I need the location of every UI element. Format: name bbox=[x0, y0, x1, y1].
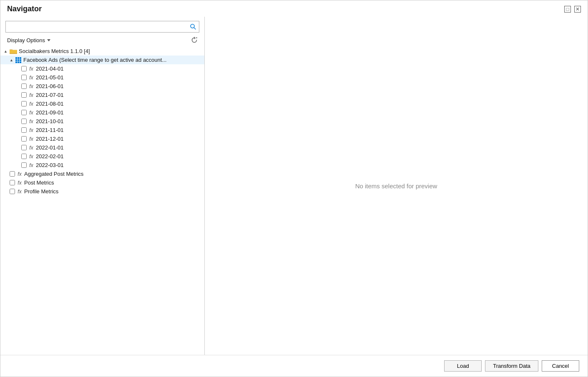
fx-icon: fx bbox=[28, 92, 34, 98]
close-button[interactable]: ✕ bbox=[574, 6, 581, 13]
list-item[interactable]: fx 2021-06-01 bbox=[0, 82, 204, 91]
cancel-button[interactable]: Cancel bbox=[542, 360, 579, 372]
item-checkbox[interactable] bbox=[21, 83, 27, 89]
item-label: Aggregated Post Metrics bbox=[24, 171, 83, 177]
item-checkbox[interactable] bbox=[21, 110, 27, 115]
item-label: 2021-07-01 bbox=[36, 92, 64, 98]
item-label: 2021-04-01 bbox=[36, 66, 64, 72]
search-bar bbox=[5, 21, 199, 33]
search-button[interactable] bbox=[187, 21, 199, 32]
folder-icon bbox=[10, 48, 17, 54]
fx-icon: fx bbox=[28, 154, 34, 159]
tree-container[interactable]: ▲ Socialbakers Metrics 1.1.0 [4] ▲ bbox=[0, 47, 204, 355]
refresh-button[interactable] bbox=[189, 36, 199, 44]
list-item[interactable]: fx Post Metrics bbox=[0, 178, 204, 187]
list-item[interactable]: fx Aggregated Post Metrics bbox=[0, 170, 204, 178]
preview-empty-message: No items selected for preview bbox=[355, 182, 437, 190]
fx-icon: fx bbox=[28, 83, 34, 89]
item-checkbox[interactable] bbox=[21, 154, 27, 159]
item-label: 2022-02-01 bbox=[36, 153, 64, 159]
fx-icon: fx bbox=[28, 119, 34, 124]
item-checkbox[interactable] bbox=[21, 136, 27, 142]
item-label: 2021-12-01 bbox=[36, 136, 64, 142]
load-button[interactable]: Load bbox=[444, 360, 482, 372]
fx-icon: fx bbox=[17, 171, 23, 177]
item-label: 2021-08-01 bbox=[36, 101, 64, 107]
item-checkbox[interactable] bbox=[10, 189, 15, 194]
item-label: 2022-03-01 bbox=[36, 162, 64, 168]
svg-line-1 bbox=[194, 28, 196, 29]
fx-icon: fx bbox=[28, 162, 34, 168]
list-item[interactable]: fx 2021-12-01 bbox=[0, 134, 204, 143]
fx-icon: fx bbox=[28, 110, 34, 116]
item-checkbox[interactable] bbox=[21, 145, 27, 150]
table-icon bbox=[15, 57, 21, 63]
item-checkbox[interactable] bbox=[21, 92, 27, 98]
title-bar-controls: □ ✕ bbox=[564, 6, 581, 13]
tree-root-item[interactable]: ▲ Socialbakers Metrics 1.1.0 [4] bbox=[0, 47, 204, 56]
item-checkbox[interactable] bbox=[21, 101, 27, 106]
fx-icon: fx bbox=[17, 180, 23, 186]
title-bar: Navigator □ ✕ bbox=[0, 0, 588, 17]
item-checkbox[interactable] bbox=[21, 66, 27, 71]
item-checkbox[interactable] bbox=[21, 119, 27, 124]
svg-rect-5 bbox=[10, 50, 17, 53]
fx-icon: fx bbox=[28, 101, 34, 107]
maximize-button[interactable]: □ bbox=[564, 6, 571, 13]
expand-arrow-fb: ▲ bbox=[10, 58, 15, 62]
item-label: Post Metrics bbox=[24, 180, 54, 186]
item-label: 2022-01-01 bbox=[36, 144, 64, 151]
list-item[interactable]: fx 2021-07-01 bbox=[0, 91, 204, 99]
item-checkbox[interactable] bbox=[21, 127, 27, 133]
expand-arrow-root: ▲ bbox=[4, 49, 10, 53]
list-item[interactable]: fx 2021-05-01 bbox=[0, 73, 204, 82]
footer: Load Transform Data Cancel bbox=[0, 355, 588, 377]
item-label: 2021-05-01 bbox=[36, 74, 64, 81]
fx-icon: fx bbox=[17, 189, 23, 195]
display-options-button[interactable]: Display Options bbox=[5, 36, 52, 44]
toolbar: Display Options bbox=[0, 35, 204, 47]
main-content: Display Options ▲ bbox=[0, 17, 588, 355]
list-item[interactable]: fx 2022-02-01 bbox=[0, 152, 204, 161]
chevron-down-icon bbox=[47, 39, 50, 41]
svg-point-2 bbox=[196, 37, 197, 38]
item-label: 2021-11-01 bbox=[36, 127, 64, 133]
fx-icon: fx bbox=[28, 66, 34, 72]
facebook-ads-item[interactable]: ▲ Facebook Ads (Select time range to get… bbox=[0, 56, 204, 64]
search-input[interactable] bbox=[6, 22, 187, 32]
list-item[interactable]: fx 2021-10-01 bbox=[0, 117, 204, 126]
display-options-label: Display Options bbox=[7, 37, 45, 43]
facebook-ads-label: Facebook Ads (Select time range to get a… bbox=[23, 57, 166, 63]
transform-data-button[interactable]: Transform Data bbox=[485, 360, 538, 372]
fx-icon: fx bbox=[28, 127, 34, 133]
item-checkbox[interactable] bbox=[10, 180, 15, 185]
list-item[interactable]: fx 2022-01-01 bbox=[0, 143, 204, 152]
fx-icon: fx bbox=[28, 145, 34, 151]
list-item[interactable]: fx 2021-09-01 bbox=[0, 108, 204, 117]
list-item[interactable]: fx 2021-04-01 bbox=[0, 64, 204, 73]
list-item[interactable]: fx 2022-03-01 bbox=[0, 161, 204, 170]
item-checkbox[interactable] bbox=[21, 75, 27, 80]
window-title: Navigator bbox=[7, 5, 42, 13]
item-label: 2021-06-01 bbox=[36, 83, 64, 89]
list-item[interactable]: fx 2021-11-01 bbox=[0, 126, 204, 134]
search-icon bbox=[190, 24, 196, 30]
fx-icon: fx bbox=[28, 75, 34, 81]
left-panel: Display Options ▲ bbox=[0, 17, 205, 355]
item-checkbox[interactable] bbox=[10, 171, 15, 177]
item-label: 2021-10-01 bbox=[36, 118, 64, 124]
navigator-window: Navigator □ ✕ Display Options bbox=[0, 0, 588, 377]
list-item[interactable]: fx Profile Metrics bbox=[0, 187, 204, 196]
item-label: 2021-09-01 bbox=[36, 109, 64, 116]
item-checkbox[interactable] bbox=[21, 162, 27, 168]
list-item[interactable]: fx 2021-08-01 bbox=[0, 99, 204, 108]
refresh-icon bbox=[191, 37, 198, 43]
root-label: Socialbakers Metrics 1.1.0 [4] bbox=[19, 48, 90, 54]
fx-icon: fx bbox=[28, 136, 34, 142]
item-label: Profile Metrics bbox=[24, 188, 58, 195]
preview-panel: No items selected for preview bbox=[205, 17, 588, 355]
